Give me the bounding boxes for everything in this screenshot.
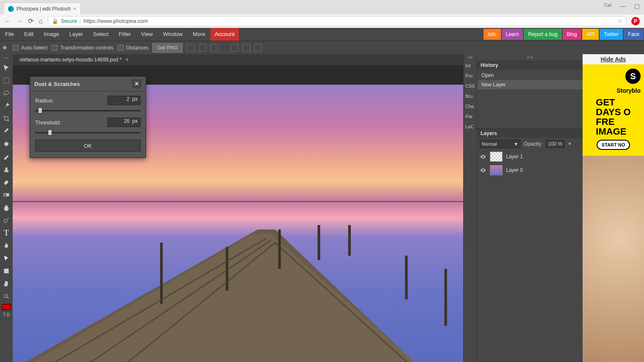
menu-filter[interactable]: Filter — [113, 28, 136, 41]
ad-banner-top[interactable]: S Storyblo GET DAYS O FRE IMAGE START NO — [583, 64, 644, 156]
dialog-close-icon[interactable]: × — [132, 79, 141, 88]
move-tool-icon[interactable] — [1, 63, 11, 73]
zoom-tool-icon[interactable] — [1, 291, 11, 301]
layer-row[interactable]: Layer 0 — [477, 163, 583, 177]
link-learn[interactable]: Learn — [502, 29, 523, 40]
menu-window[interactable]: Window — [158, 28, 188, 41]
tab-close-icon[interactable]: × — [73, 6, 76, 12]
browser-tab[interactable]: Photopea | edit Photosh × — [3, 3, 81, 14]
align-bottom-icon[interactable] — [254, 44, 262, 52]
link-facebook[interactable]: Face — [624, 29, 644, 40]
link-info[interactable]: Info — [484, 29, 500, 40]
healing-tool-icon[interactable] — [1, 139, 11, 149]
visibility-toggle-icon[interactable] — [480, 167, 486, 174]
history-panel-header[interactable]: History — [477, 61, 583, 70]
history-item[interactable]: Open — [477, 71, 583, 80]
align-center-h-icon[interactable] — [199, 44, 206, 52]
history-item[interactable]: New Layer — [477, 80, 583, 89]
blend-mode-select[interactable]: Normal▼ — [480, 140, 520, 148]
pinterest-icon[interactable]: P — [631, 17, 640, 25]
panel-collapse-handle[interactable]: > < — [1, 55, 11, 60]
menu-more[interactable]: More — [188, 28, 210, 41]
shape-tool-icon[interactable] — [1, 266, 11, 276]
dodge-tool-icon[interactable] — [1, 215, 11, 225]
eyedropper-tool-icon[interactable] — [1, 126, 11, 136]
user-indicator: Cat — [604, 3, 611, 9]
clone-stamp-tool-icon[interactable] — [1, 164, 11, 174]
mini-tab-paragraph[interactable]: Par — [464, 111, 477, 122]
align-top-icon[interactable] — [231, 44, 238, 52]
dialog-ok-button[interactable]: OK — [35, 140, 141, 152]
get-png-button[interactable]: Get PNG — [152, 43, 182, 53]
hand-tool-icon[interactable] — [1, 279, 11, 289]
visibility-toggle-icon[interactable] — [480, 153, 486, 160]
link-api[interactable]: API — [582, 29, 599, 40]
align-center-v-icon[interactable] — [243, 44, 250, 52]
pen-tool-icon[interactable] — [1, 240, 11, 251]
dialog-titlebar[interactable]: Dust & Scratches × — [30, 77, 146, 91]
dialog-title: Dust & Scratches — [34, 81, 80, 87]
document-filename: stefanus-martanto-setyo-husodo-14699.psd… — [19, 57, 122, 63]
link-blog[interactable]: Blog — [563, 29, 581, 40]
opt-auto-select[interactable]: Auto-Select — [13, 45, 47, 51]
ad-cta-button[interactable]: START NO — [597, 140, 630, 150]
threshold-slider[interactable] — [35, 130, 141, 135]
mini-tab-info[interactable]: Inf — [464, 61, 477, 71]
minimize-icon[interactable]: — — [620, 3, 626, 9]
chevron-down-icon[interactable]: ▼ — [568, 142, 572, 146]
menu-layer[interactable]: Layer — [64, 28, 88, 41]
mini-tab-brush[interactable]: Bru — [464, 91, 477, 101]
lasso-tool-icon[interactable] — [1, 88, 11, 98]
bookmark-star-icon[interactable]: ☆ — [617, 18, 622, 24]
layer-row[interactable]: Layer 1 — [477, 150, 583, 163]
menu-file[interactable]: File — [0, 28, 19, 41]
document-close-icon[interactable]: × — [126, 57, 129, 63]
hide-ads-link[interactable]: Hide Ads — [583, 54, 644, 64]
opacity-value[interactable]: 100 % — [546, 140, 564, 148]
document-tab[interactable]: stefanus-martanto-setyo-husodo-14699.psd… — [16, 57, 132, 63]
layers-panel-header[interactable]: Layers — [477, 129, 583, 138]
menu-image[interactable]: Image — [39, 28, 64, 41]
move-indicator-icon: ✥ — [3, 45, 7, 51]
crop-tool-icon[interactable] — [1, 113, 11, 124]
menu-account[interactable]: Account — [210, 28, 239, 41]
rect-select-tool-icon[interactable] — [1, 75, 11, 86]
maximize-icon[interactable]: ▢ — [634, 3, 640, 9]
radius-slider[interactable] — [35, 108, 141, 113]
menu-edit[interactable]: Edit — [19, 28, 39, 41]
menu-view[interactable]: View — [136, 28, 158, 41]
link-twitter[interactable]: Twitter — [600, 29, 623, 40]
align-left-icon[interactable] — [187, 44, 194, 52]
align-right-icon[interactable] — [210, 44, 218, 52]
mini-tab-character[interactable]: Cha — [464, 101, 477, 111]
nav-fwd-icon[interactable]: → — [16, 17, 23, 25]
secure-label: Secure — [61, 18, 77, 24]
mini-tab-css[interactable]: CSS — [464, 81, 477, 91]
radius-input[interactable]: 2 px — [108, 96, 141, 105]
nav-home-icon[interactable]: ⌂ — [39, 17, 43, 25]
type-tool-icon[interactable]: T — [1, 228, 11, 238]
path-select-tool-icon[interactable] — [1, 253, 11, 263]
opt-transform-controls[interactable]: Transformation controls — [52, 45, 113, 51]
nav-back-icon[interactable]: ← — [4, 17, 11, 25]
foreground-color-swatch[interactable] — [2, 304, 11, 310]
layer-thumbnail — [490, 152, 503, 162]
gradient-tool-icon[interactable] — [1, 190, 11, 200]
eraser-tool-icon[interactable] — [1, 177, 11, 187]
nav-reload-icon[interactable]: ⟳ — [28, 17, 33, 25]
address-field[interactable]: 🔒 Secure | https://www.photopea.com ☆ — [48, 16, 626, 26]
brush-tool-icon[interactable] — [1, 152, 11, 162]
mini-tab-layercomps[interactable]: LaC — [464, 122, 477, 132]
ad-banner-bottom[interactable] — [583, 156, 644, 362]
link-report-bug[interactable]: Report a bug — [524, 29, 561, 40]
svg-rect-5 — [4, 193, 6, 196]
opt-distances[interactable]: Distances — [118, 45, 149, 51]
panels-handle[interactable]: > < — [477, 54, 583, 61]
magic-wand-tool-icon[interactable] — [1, 101, 11, 111]
blur-tool-icon[interactable] — [1, 202, 11, 213]
mini-handle[interactable]: <> — [464, 54, 477, 61]
threshold-input[interactable]: 26 px — [108, 118, 141, 127]
mini-tab-properties[interactable]: Pro — [464, 71, 477, 81]
canvas-viewport[interactable]: Dust & Scratches × Radius: 2 px — [13, 65, 463, 362]
menu-select[interactable]: Select — [88, 28, 113, 41]
